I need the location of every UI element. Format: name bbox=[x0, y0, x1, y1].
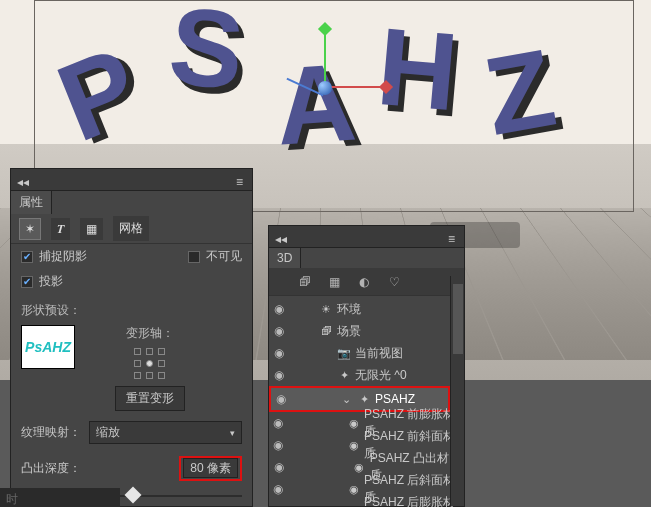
scrollbar[interactable] bbox=[450, 276, 464, 506]
tree-item-label: 无限光 ^0 bbox=[355, 367, 407, 384]
3d-title[interactable]: 3D bbox=[269, 248, 301, 268]
letter-a: A bbox=[272, 37, 360, 169]
tree-item-label: 环境 bbox=[337, 301, 361, 318]
letter-h: H bbox=[373, 2, 463, 135]
cast-shadow-checkbox[interactable]: ✔ bbox=[21, 276, 33, 288]
left-strip: 时 bbox=[0, 488, 120, 507]
subtab-text-icon[interactable]: 𝑻 bbox=[51, 218, 70, 240]
capture-shadow-label: 捕捉阴影 bbox=[39, 248, 87, 265]
panel-menu-icon[interactable]: ≡ bbox=[448, 232, 458, 242]
tree-item-label: 当前视图 bbox=[355, 345, 403, 362]
item-type-icon: ◉ bbox=[347, 438, 360, 452]
texture-map-label: 纹理映射： bbox=[21, 424, 81, 441]
eye-icon[interactable]: ◉ bbox=[269, 368, 289, 382]
item-type-icon: 🗊 bbox=[319, 324, 333, 338]
eye-icon[interactable]: ◉ bbox=[269, 482, 287, 496]
eye-icon[interactable]: ◉ bbox=[271, 392, 291, 406]
eye-icon[interactable]: ◉ bbox=[269, 324, 289, 338]
deform-axis-label: 变形轴： bbox=[126, 325, 174, 342]
properties-tabs: 属性 bbox=[11, 191, 252, 214]
filter-mesh-icon[interactable]: ▦ bbox=[329, 275, 343, 289]
3d-toolbar: 🗊 ▦ ◐ ♡ bbox=[269, 268, 464, 296]
3d-header: ◂◂ ≡ bbox=[269, 226, 464, 248]
scene-tree: ◉☀环境◉🗊场景◉📷当前视图◉✦无限光 ^0◉⌄✦PSAHZ◉◉PSAHZ 前膨… bbox=[269, 296, 464, 507]
capture-shadow-checkbox[interactable]: ✔ bbox=[21, 251, 33, 263]
tree-item-label: 场景 bbox=[337, 323, 361, 340]
filter-scene-icon[interactable]: 🗊 bbox=[299, 275, 313, 289]
chevron-left-icon[interactable]: ◂◂ bbox=[275, 232, 285, 242]
letter-s: S bbox=[164, 0, 250, 114]
invisible-checkbox[interactable] bbox=[188, 251, 200, 263]
chevron-down-icon[interactable]: ⌄ bbox=[339, 392, 353, 406]
subtab-grid-icon[interactable]: ▦ bbox=[80, 218, 103, 240]
eye-icon[interactable]: ◉ bbox=[269, 460, 288, 474]
item-type-icon: ◉ bbox=[347, 416, 360, 430]
subtab-brush-icon[interactable]: ✶ bbox=[19, 218, 41, 240]
item-type-icon: ◉ bbox=[347, 482, 360, 496]
shape-preset-label: 形状预设： bbox=[11, 294, 252, 321]
tree-row[interactable]: ◉✦无限光 ^0 bbox=[269, 364, 464, 386]
chevron-down-icon: ▾ bbox=[230, 428, 235, 438]
tree-row[interactable]: ◉◉PSAHZ 后膨胀材质 bbox=[269, 500, 464, 507]
tree-row[interactable]: ◉📷当前视图 bbox=[269, 342, 464, 364]
chevron-left-icon[interactable]: ◂◂ bbox=[17, 175, 27, 185]
thumb-text: PsAHZ bbox=[25, 339, 71, 355]
eye-icon[interactable]: ◉ bbox=[269, 346, 289, 360]
tree-row[interactable]: ◉🗊场景 bbox=[269, 320, 464, 342]
filter-material-icon[interactable]: ◐ bbox=[359, 275, 373, 289]
texture-map-select[interactable]: 缩放 ▾ bbox=[89, 421, 242, 444]
properties-header: ◂◂ ≡ bbox=[11, 169, 252, 191]
item-type-icon: ✦ bbox=[337, 368, 351, 382]
filter-light-icon[interactable]: ♡ bbox=[389, 275, 403, 289]
3d-panel: ◂◂ ≡ 3D 🗊 ▦ ◐ ♡ ◉☀环境◉🗊场景◉📷当前视图◉✦无限光 ^0◉⌄… bbox=[268, 225, 465, 507]
panel-menu-icon[interactable]: ≡ bbox=[236, 175, 246, 185]
reset-deform-button[interactable]: 重置变形 bbox=[115, 386, 185, 411]
item-type-icon: ✦ bbox=[357, 392, 371, 406]
item-type-icon: ☀ bbox=[319, 302, 333, 316]
texture-map-value: 缩放 bbox=[96, 424, 120, 441]
item-type-icon: 📷 bbox=[337, 346, 351, 360]
shape-preset-thumb[interactable]: PsAHZ bbox=[21, 325, 75, 369]
extrude-depth-label: 凸出深度： bbox=[21, 460, 81, 477]
invisible-label: 不可见 bbox=[206, 248, 242, 265]
eye-icon[interactable]: ◉ bbox=[269, 438, 287, 452]
tree-item-label: PSAHZ 后膨胀材质 bbox=[364, 494, 458, 507]
tree-item-label: PSAHZ bbox=[375, 392, 415, 406]
deform-axis-grid[interactable] bbox=[134, 348, 166, 380]
extrude-highlight: 80 像素 bbox=[179, 456, 242, 481]
subtab-mesh[interactable]: 网格 bbox=[113, 216, 149, 241]
extrude-depth-input[interactable]: 80 像素 bbox=[183, 458, 238, 478]
properties-panel: ◂◂ ≡ 属性 ✶ 𝑻 ▦ 网格 ✔ 捕捉阴影 不可见 ✔ 投影 形状预设： P… bbox=[10, 168, 253, 507]
eye-icon[interactable]: ◉ bbox=[269, 416, 287, 430]
tree-row[interactable]: ◉☀环境 bbox=[269, 298, 464, 320]
properties-subtabs: ✶ 𝑻 ▦ 网格 bbox=[11, 214, 252, 244]
eye-icon[interactable]: ◉ bbox=[269, 302, 289, 316]
cast-shadow-label: 投影 bbox=[39, 273, 63, 290]
properties-title[interactable]: 属性 bbox=[11, 191, 52, 214]
